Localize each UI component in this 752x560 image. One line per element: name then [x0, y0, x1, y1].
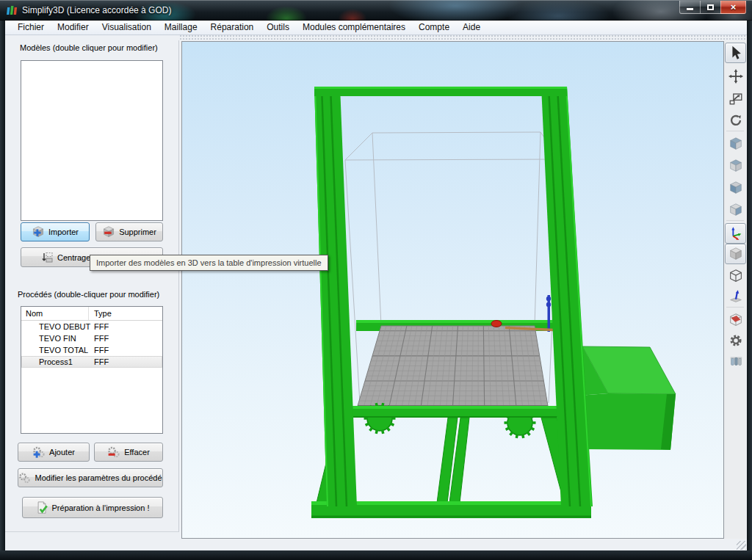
toolbar-handle: [176, 34, 747, 40]
coordinate-axes-icon: [728, 225, 744, 241]
delete-cube-icon: [102, 226, 115, 238]
solid-cube-icon: [728, 246, 744, 262]
panel-separator: [178, 40, 179, 531]
window-border-left: [0, 21, 5, 550]
view-toolbar: [724, 40, 747, 539]
view-cube-3-button[interactable]: [725, 178, 746, 198]
delete-button-label: Supprimer: [119, 228, 156, 236]
menu-aide[interactable]: Aide: [456, 21, 487, 34]
process-type: FFF: [89, 344, 162, 356]
close-button[interactable]: ×: [720, 1, 746, 14]
app-icon: [7, 4, 18, 16]
toolbar-separator: [726, 131, 744, 131]
menu-maillage[interactable]: Maillage: [158, 21, 204, 34]
process-row[interactable]: TEVO DEBUT FFF: [21, 321, 162, 332]
prepare-print-label: Préparation à l'impression !: [52, 503, 150, 512]
maximize-icon: [707, 4, 714, 10]
process-type: FFF: [89, 332, 162, 344]
process-row[interactable]: Process1 FFF: [21, 356, 162, 368]
menu-bar: Fichier Modifier Visualisation Maillage …: [5, 21, 747, 35]
remove-process-button[interactable]: Effacer: [94, 443, 163, 462]
view-cube-2-button[interactable]: [725, 156, 746, 176]
rotate-tool-button[interactable]: [725, 110, 746, 131]
coordinate-axes-button[interactable]: [725, 223, 746, 244]
center-button-label: Centrage: [57, 253, 90, 262]
center-models-icon: [42, 252, 54, 263]
process-name: TEVO FIN: [21, 332, 89, 344]
cross-section-icon: [728, 312, 744, 328]
add-process-button[interactable]: Ajouter: [18, 443, 90, 462]
hotend: [491, 321, 502, 327]
delete-button[interactable]: Supprimer: [95, 222, 163, 241]
add-gears-icon: [32, 446, 46, 459]
import-cube-icon: [32, 226, 45, 238]
left-panel: Modèles (double cliquer pour modifier) I…: [5, 35, 178, 531]
window-resize-grip[interactable]: [737, 541, 746, 550]
print-bed-viewport[interactable]: [181, 41, 724, 539]
window-title: Simplify3D (Licence accordée à GOD): [22, 5, 171, 15]
solid-view-button[interactable]: [725, 244, 746, 264]
menu-reparation[interactable]: Réparation: [204, 21, 261, 34]
import-tooltip: Importer des modèles en 3D vers la table…: [90, 255, 328, 271]
minimize-button[interactable]: [679, 1, 701, 14]
edit-process-label: Modifier les paramètres du procédé: [35, 473, 162, 482]
processes-panel-title: Procédés (double-cliquer pour modifier): [18, 290, 159, 299]
models-list[interactable]: [21, 60, 163, 221]
scale-icon: [728, 90, 744, 106]
menu-visualisation[interactable]: Visualisation: [95, 21, 158, 34]
minimize-icon: [687, 8, 693, 10]
menu-compte[interactable]: Compte: [412, 21, 456, 34]
process-name: Process1: [21, 356, 89, 368]
window-border-bottom: [0, 550, 752, 560]
process-row[interactable]: TEVO FIN FFF: [21, 332, 162, 344]
view-cube-4-icon: [728, 202, 744, 218]
processes-table-header: Nom Type: [21, 307, 162, 321]
gear-icon: [728, 332, 744, 349]
import-button-label: Importer: [48, 228, 79, 236]
view-cube-4-button[interactable]: [725, 200, 746, 220]
column-header-nom[interactable]: Nom: [21, 307, 89, 320]
wireframe-view-button[interactable]: [725, 266, 746, 286]
menu-modifier[interactable]: Modifier: [51, 21, 95, 34]
view-cube-1-button[interactable]: [725, 134, 746, 154]
process-row[interactable]: TEVO TOTAL FFF: [21, 344, 162, 356]
menu-modules[interactable]: Modules complémentaires: [296, 21, 412, 34]
window-border-right: [747, 21, 752, 550]
select-arrow-icon: [728, 45, 744, 61]
machine-settings-button[interactable]: [725, 330, 746, 351]
title-bar[interactable]: Simplify3D (Licence accordée à GOD) ×: [0, 0, 752, 21]
surface-normals-button[interactable]: [725, 286, 746, 307]
maximize-button[interactable]: [701, 1, 720, 14]
process-type: FFF: [89, 356, 162, 368]
column-header-type[interactable]: Type: [89, 307, 162, 320]
surface-normals-icon: [728, 288, 744, 305]
remove-gears-icon: [107, 446, 120, 459]
cross-section-button[interactable]: [725, 310, 746, 330]
models-panel-title: Modèles (double cliquer pour modifier): [20, 43, 158, 52]
view-cube-2-icon: [728, 158, 744, 174]
close-icon: ×: [731, 2, 737, 12]
import-button[interactable]: Importer: [21, 222, 90, 241]
rotate-icon: [728, 112, 744, 128]
filament-icon: [728, 353, 744, 369]
menu-fichier[interactable]: Fichier: [11, 21, 51, 34]
processes-table[interactable]: Nom Type TEVO DEBUT FFF TEVO FIN FFF TEV…: [21, 306, 163, 434]
process-type: FFF: [89, 321, 162, 332]
filament-button[interactable]: [725, 351, 746, 371]
process-name: TEVO DEBUT: [21, 321, 89, 332]
edit-process-button[interactable]: Modifier les paramètres du procédé: [18, 468, 163, 487]
scale-tool-button[interactable]: [725, 88, 746, 109]
prepare-print-button[interactable]: Préparation à l'impression !: [22, 497, 163, 518]
printer-3d-scene: [182, 42, 723, 538]
simplify3d-window: { "window": { "title": "Simplify3D (Lice…: [0, 0, 752, 560]
select-tool-button[interactable]: [725, 43, 746, 63]
control-box: [579, 346, 676, 450]
move-tool-button[interactable]: [725, 66, 746, 87]
menu-outils[interactable]: Outils: [260, 21, 296, 34]
view-cube-1-icon: [728, 136, 744, 152]
process-name: TEVO TOTAL: [21, 344, 89, 356]
view-cube-3-icon: [728, 180, 744, 196]
wireframe-cube-icon: [728, 268, 744, 284]
prepare-print-icon: [36, 501, 48, 514]
add-process-label: Ajouter: [49, 448, 75, 457]
